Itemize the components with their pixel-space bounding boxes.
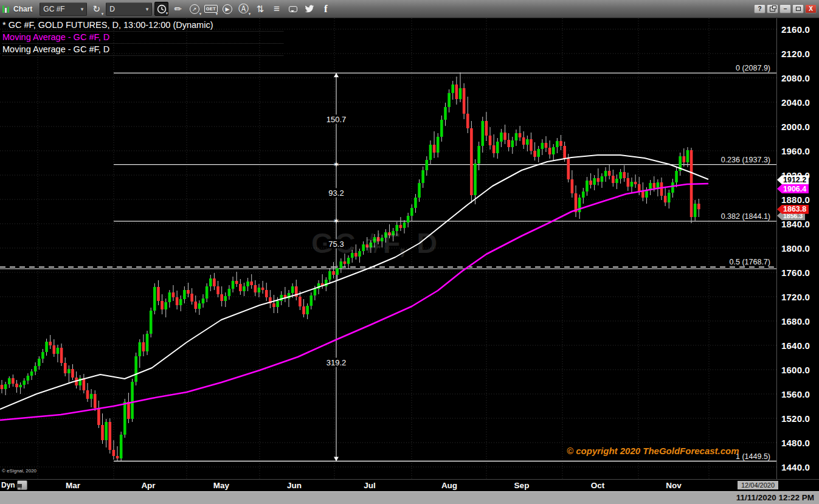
price-tick-label: 2080.0 — [781, 73, 810, 83]
status-bar: 11/11/2020 12:22 PM — [0, 491, 819, 504]
trend-tools-button[interactable]: ↗ ▾ — [187, 2, 201, 16]
month-tick-label: Aug — [441, 481, 457, 490]
speech-bubble-icon — [289, 6, 297, 12]
fib-level-label: 1 (1449.5) — [736, 452, 770, 461]
measure-star-marker: ✶ — [333, 216, 340, 226]
chart-legend: * GC #F, GOLD FUTURES, D, 13:00-12:00 (D… — [2, 19, 283, 56]
price-tick-label: 1800.0 — [781, 243, 810, 254]
window-controls: ? – X — [754, 4, 817, 13]
comment-button[interactable] — [286, 2, 300, 16]
pencil-icon: ✏ — [175, 4, 182, 15]
chevron-down-icon: ▾ — [102, 12, 104, 16]
app-title: Chart — [13, 5, 32, 13]
measure-star-marker: ✶ — [333, 160, 340, 169]
interval-dropdown[interactable]: D ▾ — [106, 2, 152, 16]
minimize-button[interactable]: – — [779, 4, 791, 13]
price-tick-label: 1440.0 — [781, 462, 810, 472]
up-down-arrows-icon: ⇅ — [257, 4, 264, 15]
price-tick-label: 2160.0 — [781, 24, 810, 35]
month-tick-label: Nov — [666, 481, 682, 490]
future-date-chip: 12/04/2020 — [738, 481, 778, 489]
price-tick-label: 1640.0 — [781, 340, 810, 351]
month-tick-label: May — [213, 481, 229, 490]
trendline-icon: ↗ — [190, 4, 199, 14]
last-price-flag: 1912.2 — [777, 175, 809, 184]
price-tick-label: 2000.0 — [781, 122, 810, 132]
chevron-down-icon: ▾ — [199, 12, 202, 16]
draw-tools-button[interactable]: ✏ — [171, 2, 185, 16]
dock-button[interactable] — [767, 4, 778, 13]
measure-value-label: 319.2 — [325, 358, 348, 367]
price-tick-label: 1480.0 — [781, 438, 810, 448]
titlebar: Chart GC #F ▾ ↻ ▾ D ▾ ▾ ✏ ↗ ▾ GE — [0, 0, 819, 18]
app-badge: Chart — [2, 5, 32, 13]
facebook-share-button[interactable]: f — [319, 2, 333, 16]
measure-value-label: 75.3 — [327, 240, 345, 249]
last-price-flag: 1863.8 — [777, 205, 809, 214]
month-tick-label: Sep — [514, 481, 530, 490]
twitter-icon — [305, 5, 314, 13]
replay-button[interactable]: ▶ — [220, 2, 234, 16]
pivot-button[interactable]: ⇅ — [253, 2, 267, 16]
month-tick-label: Apr — [141, 481, 155, 490]
clock-icon — [157, 4, 167, 14]
month-tick-label: Mar — [66, 481, 80, 490]
status-datetime: 11/11/2020 12:22 PM — [736, 493, 814, 502]
chart-window: Chart GC #F ▾ ↻ ▾ D ▾ ▾ ✏ ↗ ▾ GE — [0, 0, 819, 504]
twitter-share-button[interactable] — [302, 2, 316, 16]
chevron-down-icon: ▾ — [141, 6, 149, 12]
price-tick-label: 1720.0 — [781, 292, 810, 302]
price-tick-label: 2120.0 — [781, 49, 810, 59]
time-interval-button[interactable]: ▾ — [154, 2, 168, 16]
fib-level-label: 0 (2087.9) — [736, 64, 770, 72]
facebook-icon: f — [324, 3, 328, 15]
lock-button[interactable] — [17, 480, 27, 490]
symbol-dropdown[interactable]: GC #F ▾ — [40, 2, 87, 16]
price-tick-label: 1960.0 — [781, 146, 810, 156]
last-price-flag: 1906.4 — [777, 184, 809, 193]
list-edit-icon: ≡ — [274, 3, 280, 15]
measure-value-label: 150.7 — [325, 115, 348, 124]
play-icon: ▶ — [223, 4, 232, 14]
help-button[interactable]: ? — [754, 4, 765, 13]
price-tick-label: 1520.0 — [781, 413, 810, 424]
price-tick-label: 2040.0 — [781, 97, 810, 108]
lock-icon — [17, 483, 27, 488]
legend-ma-white: Moving Average - GC #F, D — [2, 44, 283, 56]
chevron-down-icon: ▾ — [166, 11, 168, 16]
maximize-button[interactable] — [792, 4, 804, 13]
price-tick-label: 1600.0 — [781, 365, 810, 375]
legend-symbol-line: * GC #F, GOLD FUTURES, D, 13:00-12:00 (D… — [2, 19, 283, 32]
symbol-value: GC #F — [43, 5, 64, 13]
fib-level-label: 0.236 (1937.3) — [721, 156, 770, 164]
chevron-down-icon: ▾ — [216, 12, 218, 16]
close-button[interactable]: X — [805, 4, 817, 13]
chevron-down-icon: ▾ — [76, 6, 84, 12]
alerts-button[interactable]: Ⓐ ▾ — [237, 2, 251, 16]
notes-button[interactable]: ≡ — [269, 2, 283, 16]
price-tick-label: 1880.0 — [781, 195, 810, 205]
esignal-credit: © eSignal, 2020 — [2, 468, 36, 474]
maximize-icon — [796, 7, 801, 11]
chart-app-icon — [2, 5, 11, 13]
price-axis[interactable]: 2160.02120.02080.02040.02000.01960.01920… — [776, 18, 819, 479]
chart-area: GC #F, D * GC #F, GOLD FUTURES, D, 13:00… — [0, 18, 819, 479]
interval-value: D — [109, 5, 115, 13]
price-tick-label: 1680.0 — [781, 316, 810, 326]
reload-symbol-button[interactable]: ↻ ▾ — [89, 2, 103, 16]
price-tick-label: 1560.0 — [781, 389, 810, 399]
chevron-down-icon: ▾ — [249, 12, 251, 16]
get-data-button[interactable]: GET ▾ — [204, 2, 218, 16]
price-tick-label: 1760.0 — [781, 268, 810, 278]
chart-plot[interactable]: GC #F, D * GC #F, GOLD FUTURES, D, 13:00… — [0, 18, 776, 479]
dock-icon — [770, 7, 775, 12]
legend-ma-magenta: Moving Average - GC #F, D — [2, 32, 283, 44]
month-tick-label: Jun — [287, 481, 302, 490]
fib-level-label: 0.5 (1768.7) — [730, 258, 770, 266]
chart-copyright: © copyright 2020 TheGoldForecast.com — [567, 446, 739, 456]
fib-level-label: 0.382 (1844.1) — [721, 212, 770, 221]
time-axis[interactable]: Dyn 12/04/2020 MarAprMayJunJulAugSepOctN… — [0, 479, 819, 491]
measure-value-label: 93.2 — [327, 188, 345, 198]
dyn-label: Dyn — [1, 481, 15, 489]
month-tick-label: Jul — [364, 481, 376, 490]
